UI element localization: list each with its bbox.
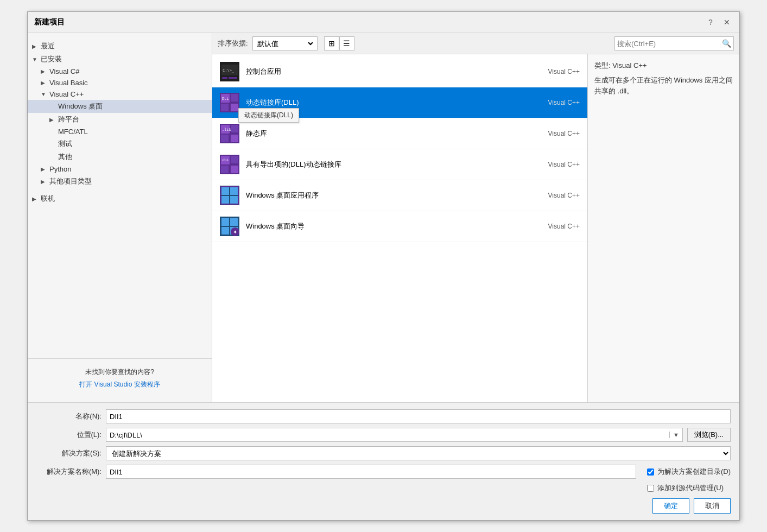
sidebar-item-mfc-atl[interactable]: MFC/ATL: [28, 126, 212, 137]
add-source-checkbox[interactable]: [647, 485, 654, 492]
arrow-icon: ▶: [49, 117, 58, 123]
svg-rect-21: [221, 166, 229, 173]
add-to-source-row: 添加到源代码管理(U): [647, 483, 731, 493]
name-input[interactable]: [106, 409, 731, 423]
create-dir-checkbox[interactable]: [647, 468, 654, 476]
sidebar-item-label: Python: [49, 165, 71, 173]
arrow-icon: ▼: [41, 91, 49, 97]
list-view-button[interactable]: ☰: [339, 36, 354, 50]
svg-rect-25: [230, 187, 238, 195]
project-list: C:\>_ 控制台应用 Visual C++: [212, 54, 587, 402]
sidebar-item-other-types[interactable]: ▶ 其他项目类型: [28, 175, 212, 188]
project-item-static-lib[interactable]: .lib 静态库 Visual C++: [212, 118, 587, 149]
sort-dropdown[interactable]: 默认值 名称 类型: [252, 36, 318, 50]
project-icon-console: C:\>_: [220, 62, 239, 81]
form-buttons: 确定 取消: [36, 498, 731, 514]
svg-rect-3: [222, 77, 227, 79]
project-name: 具有导出项的(DLL)动态链接库: [246, 160, 341, 169]
project-item-export-dll[interactable]: ↑DLL 具有导出项的(DLL)动态链接库 Visual C++: [212, 149, 587, 180]
project-icon-win-wizard: ✦: [220, 217, 239, 236]
sidebar-item-label: 测试: [58, 139, 72, 149]
project-name: Windows 桌面向导: [246, 221, 305, 231]
location-label: 位置(L):: [36, 430, 102, 440]
solution-name-input[interactable]: [106, 465, 636, 479]
cancel-button[interactable]: 取消: [694, 498, 731, 514]
grid-view-button[interactable]: ⊞: [324, 36, 339, 50]
arrow-icon: ▶: [32, 43, 41, 49]
svg-text:C:\>_: C:\>_: [223, 68, 234, 73]
dialog-body: ▶ 最近 ▼ 已安装 ▶ Visual C# ▶ Visual Basic: [28, 33, 739, 402]
dialog-title: 新建项目: [34, 17, 65, 27]
project-category: Visual C++: [548, 161, 580, 168]
help-button[interactable]: ?: [705, 16, 717, 28]
desc-type: 类型: Visual C++: [594, 61, 733, 71]
svg-rect-4: [229, 77, 237, 79]
project-category: Visual C++: [548, 68, 580, 75]
svg-rect-20: [231, 156, 238, 163]
solution-name-label: 解决方案名称(M):: [36, 467, 102, 477]
browse-button[interactable]: 浏览(B)...: [687, 428, 731, 442]
svg-rect-16: [231, 135, 238, 142]
sidebar-item-python[interactable]: ▶ Python: [28, 163, 212, 175]
sidebar-item-label: 最近: [41, 41, 55, 51]
solution-select[interactable]: 创建新解决方案 添加到解决方案: [106, 447, 730, 460]
project-icon-static: .lib: [220, 124, 239, 143]
search-box: 🔍: [614, 36, 734, 50]
toolbar: 排序依据: 默认值 名称 类型 ⊞ ☰ 🔍: [212, 33, 739, 54]
svg-rect-32: [221, 227, 229, 235]
search-icon[interactable]: 🔍: [722, 39, 731, 48]
open-installer-link[interactable]: 打开 Visual Studio 安装程序: [79, 381, 160, 388]
form-row-solution-name: 解决方案名称(M):: [36, 465, 636, 479]
svg-rect-10: [231, 104, 238, 111]
svg-rect-14: [231, 125, 238, 132]
location-input[interactable]: [106, 428, 669, 441]
sidebar-item-online[interactable]: ▶ 联机: [28, 192, 212, 205]
sidebar-item-visual-csharp[interactable]: ▶ Visual C#: [28, 66, 212, 77]
sidebar-item-visual-cpp[interactable]: ▼ Visual C++: [28, 88, 212, 100]
svg-rect-22: [231, 166, 238, 173]
title-bar-controls: ? ✕: [705, 16, 733, 28]
svg-rect-30: [221, 218, 229, 226]
svg-rect-31: [230, 218, 238, 226]
sidebar-item-installed[interactable]: ▼ 已安装: [28, 53, 212, 66]
solution-name-checks-row: 解决方案名称(M): 为解决方案创建目录(D) 添加到源代码管理(U): [36, 465, 731, 496]
solution-select-wrap: 创建新解决方案 添加到解决方案: [106, 446, 731, 460]
location-dropdown-arrow[interactable]: ▼: [669, 432, 682, 438]
project-category: Visual C++: [548, 223, 580, 230]
sidebar-item-windows-desktop[interactable]: Windows 桌面: [28, 100, 212, 113]
project-item-console-app[interactable]: C:\>_ 控制台应用 Visual C++: [212, 56, 587, 87]
sort-select[interactable]: 默认值 名称 类型: [255, 39, 315, 48]
sidebar-item-visual-basic[interactable]: ▶ Visual Basic: [28, 77, 212, 88]
sidebar-item-label: 联机: [41, 194, 55, 204]
project-item-win-app[interactable]: Windows 桌面应用程序 Visual C++: [212, 180, 587, 211]
form-row-name: 名称(N):: [36, 409, 731, 423]
sidebar-tree: ▶ 最近 ▼ 已安装 ▶ Visual C# ▶ Visual Basic: [28, 37, 212, 207]
sidebar-item-test[interactable]: 测试: [28, 137, 212, 150]
name-label: 名称(N):: [36, 411, 102, 421]
project-item-win-wizard[interactable]: ✦ Windows 桌面向导 Visual C++: [212, 211, 587, 242]
close-button[interactable]: ✕: [721, 16, 733, 28]
svg-text:.lib: .lib: [222, 128, 231, 132]
arrow-icon: ▼: [32, 56, 41, 62]
search-input[interactable]: [617, 40, 722, 48]
sidebar-item-crossplatform[interactable]: ▶ 跨平台: [28, 113, 212, 126]
arrow-icon: ▶: [41, 80, 49, 86]
not-found-text: 未找到你要查找的内容?: [36, 368, 203, 377]
sidebar-item-recent[interactable]: ▶ 最近: [28, 40, 212, 53]
sidebar-item-label: MFC/ATL: [58, 128, 88, 136]
ok-button[interactable]: 确定: [652, 498, 689, 514]
description-panel: 类型: Visual C++ 生成可在多个正在运行的 Windows 应用之间共…: [587, 54, 739, 402]
project-item-dll[interactable]: DLL 动态链接库(DLL) Visual C++ 动态链接库(DLL): [212, 87, 587, 118]
sidebar-item-label: Visual C++: [49, 90, 84, 98]
project-name: 动态链接库(DLL): [246, 98, 299, 107]
create-dir-row: 为解决方案创建目录(D): [647, 467, 731, 477]
svg-rect-24: [221, 187, 229, 195]
project-name: 控制台应用: [246, 67, 281, 77]
bottom-form: 名称(N): 位置(L): ▼ 浏览(B)... 解决方案(S): 创建新解决方…: [28, 402, 739, 520]
content-area: C:\>_ 控制台应用 Visual C++: [212, 54, 739, 402]
desc-text: 生成可在多个正在运行的 Windows 应用之间共享的 .dll。: [594, 75, 733, 96]
svg-rect-26: [221, 196, 229, 204]
sidebar-item-other[interactable]: 其他: [28, 150, 212, 163]
project-icon-dll: DLL: [220, 93, 239, 112]
view-buttons: ⊞ ☰: [324, 36, 354, 50]
